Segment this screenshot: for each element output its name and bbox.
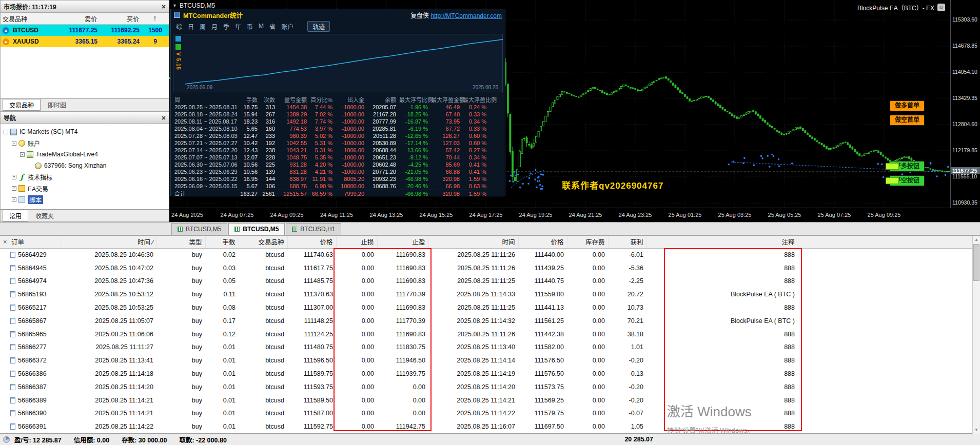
price-label: 114054.10	[952, 69, 977, 75]
nav-item[interactable]: +EA交易	[1, 183, 169, 194]
scroll-down-icon[interactable]: ▼	[973, 426, 980, 434]
order-cell-5: 111307.00	[287, 301, 336, 314]
order-ticket: 56866387	[18, 383, 47, 391]
open-button[interactable]: 做多首单	[890, 100, 925, 111]
navigator-tab[interactable]: 常用	[3, 210, 28, 221]
mtc-menu-item[interactable]: 币	[247, 22, 253, 31]
stats-cell: 10688.76	[366, 183, 398, 190]
tree-expander-icon[interactable]: +	[12, 175, 16, 179]
order-cell-5: 111593.75	[287, 380, 336, 394]
order-cell-6: 0.00	[336, 341, 377, 354]
orders-column-header[interactable]: 类型	[156, 236, 205, 248]
orders-column-header[interactable]: 止盈	[377, 236, 428, 248]
nav-item[interactable]: -账户	[1, 137, 169, 149]
chart-area[interactable]: 115303.60114678.85114054.10113429.351128…	[169, 0, 980, 222]
vertical-scrollbar[interactable]: ▲ ▼	[972, 236, 980, 434]
ea-active-icon[interactable]: ☺	[937, 4, 945, 11]
order-cell-12: 888	[646, 380, 798, 394]
tree-expander-icon[interactable]: +	[12, 197, 16, 202]
stats-cell: 126.27	[429, 132, 461, 139]
mtc-menu-item[interactable]: 年	[235, 22, 241, 31]
orders-column-header[interactable]: 库存费	[567, 236, 608, 248]
market-watch-row[interactable]: ▲BTCUSD111677.25111692.251500	[1, 25, 169, 36]
order-cell-3: 0.08	[205, 301, 239, 314]
order-row[interactable]: 568662772025.08.25 11:11:27buy0.01btcusd…	[0, 341, 980, 354]
stats-row: 合计163.27256112515.5766.59 %7999.20-66.98…	[173, 190, 488, 198]
stats-cell: -6.19 %	[398, 125, 429, 132]
order-document-icon	[10, 384, 15, 390]
stats-cell: 6.90 %	[308, 183, 334, 190]
market-watch-tab[interactable]: 交易品种	[3, 99, 41, 111]
tree-expander-icon[interactable]: +	[12, 186, 16, 191]
nav-item[interactable]: -IC Markets (SC) MT4	[1, 126, 169, 137]
order-cell-9: 111576.50	[518, 354, 567, 367]
order-cell-5: 111740.63	[287, 248, 336, 261]
open-button[interactable]: 做空首单	[890, 115, 925, 126]
chart-tab[interactable]: BTCUSD,M5	[228, 223, 285, 235]
market-watch-row[interactable]: ▲XAUUSD3365.153365.249	[1, 36, 169, 47]
mtc-menu-item[interactable]: 日	[188, 22, 194, 31]
mtc-menu-item[interactable]: 省	[269, 22, 276, 31]
nav-item[interactable]: +脚本	[1, 194, 169, 205]
nav-item[interactable]: -TradeMaxGlobal-Live4	[1, 149, 169, 160]
scrollbar-thumb[interactable]	[973, 244, 979, 281]
mtc-menu-item[interactable]: 月	[211, 22, 218, 31]
mtc-menu-item[interactable]: 账户	[281, 22, 293, 31]
order-cell-2: buy	[156, 275, 205, 288]
order-row[interactable]: 568663862025.08.25 11:14:18buy0.01btcusd…	[0, 367, 980, 380]
order-row[interactable]: 568663872025.08.25 11:14:20buy0.01btcusd…	[0, 380, 980, 394]
orders-column-header[interactable]: 交易品种	[239, 236, 287, 248]
navigator-tab[interactable]: 收藏夹	[29, 210, 60, 221]
stats-cell: 160	[259, 125, 277, 132]
orders-column-header[interactable]: 订单	[0, 236, 62, 248]
orders-column-header[interactable]: 注释	[646, 236, 798, 248]
mtc-menu-item[interactable]: 季	[223, 22, 229, 31]
order-row[interactable]: 568663722025.08.25 11:13:41buy0.01btcusd…	[0, 354, 980, 367]
panel-trade-icon[interactable]	[175, 44, 181, 50]
panel-chart-icon[interactable]	[175, 36, 181, 42]
tree-expander-icon[interactable]: -	[20, 152, 25, 157]
orders-column-header[interactable]: 价格	[518, 236, 567, 248]
chart-tab[interactable]: BTCUSD,H1	[286, 223, 341, 235]
order-row[interactable]: 568658672025.08.25 11:05:07buy0.17btcusd…	[0, 314, 980, 328]
scroll-up-icon[interactable]: ▲	[973, 236, 980, 244]
stats-cell: 20771.20	[366, 168, 398, 175]
tree-expander-icon[interactable]: -	[12, 141, 16, 146]
market-watch-tab[interactable]: 即时图	[42, 99, 72, 110]
order-row[interactable]: 568663902025.08.25 11:14:21buy0.01btcusd…	[0, 407, 980, 420]
close-icon[interactable]: ×	[162, 3, 166, 10]
orders-column-header[interactable]: 价格	[287, 236, 336, 248]
order-row[interactable]: 568649742025.08.25 10:47:36buy0.05btcusd…	[0, 275, 980, 288]
nav-item-label: 637966: Song Xinzhan	[44, 162, 106, 169]
orders-column-header[interactable]: 止损	[336, 236, 377, 248]
tree-expander-icon[interactable]: -	[4, 130, 8, 134]
order-row[interactable]: 568651932025.08.25 10:53:12buy0.11btcusd…	[0, 288, 980, 301]
order-row[interactable]: 568652172025.08.25 10:53:25buy0.08btcusd…	[0, 301, 980, 314]
mtc-menu-item[interactable]: 周	[200, 22, 206, 31]
close-icon[interactable]: ×	[3, 238, 7, 246]
orders-column-header[interactable]: 手数	[205, 236, 239, 248]
order-cell-9: 111559.00	[518, 288, 567, 301]
navigator-tree: -IC Markets (SC) MT4-账户-TradeMaxGlobal-L…	[1, 124, 169, 205]
close-icon[interactable]: ×	[162, 114, 166, 122]
orders-column-header[interactable]: 时间 ∕	[62, 236, 156, 248]
stats-cell: 5.31 %	[308, 147, 334, 154]
nav-item[interactable]: +ƒ技术指标	[1, 171, 169, 183]
nav-item[interactable]: 637966: Song Xinzhan	[1, 160, 169, 171]
mtc-link[interactable]: http://MTCommander.com	[430, 12, 502, 19]
order-row[interactable]: 568649292025.08.25 10:46:30buy0.02btcusd…	[0, 248, 980, 261]
order-row[interactable]: 568659652025.08.25 11:06:06buy0.12btcusd…	[0, 328, 980, 341]
order-row[interactable]: 568649452025.08.25 10:47:02buy0.03btcusd…	[0, 261, 980, 275]
order-document-icon	[10, 265, 15, 271]
orders-column-header[interactable]: 时间	[428, 236, 518, 248]
track-button[interactable]: 轨迹	[307, 21, 330, 32]
chart-icon	[178, 227, 183, 232]
order-row[interactable]: 568663912025.08.25 11:14:22buy0.01btcusd…	[0, 420, 980, 433]
stats-cell: 66.59 %	[308, 190, 334, 198]
mtc-menu-item[interactable]: M	[259, 23, 264, 30]
mtc-menu-item[interactable]: 综	[176, 22, 182, 31]
order-row[interactable]: 568663892025.08.25 11:14:21buy0.01btcusd…	[0, 394, 980, 407]
chart-tab[interactable]: BTCUSD,M5	[171, 223, 227, 235]
orders-column-header[interactable]: 获利	[608, 236, 646, 248]
order-cell-9: 111441.13	[518, 301, 567, 314]
